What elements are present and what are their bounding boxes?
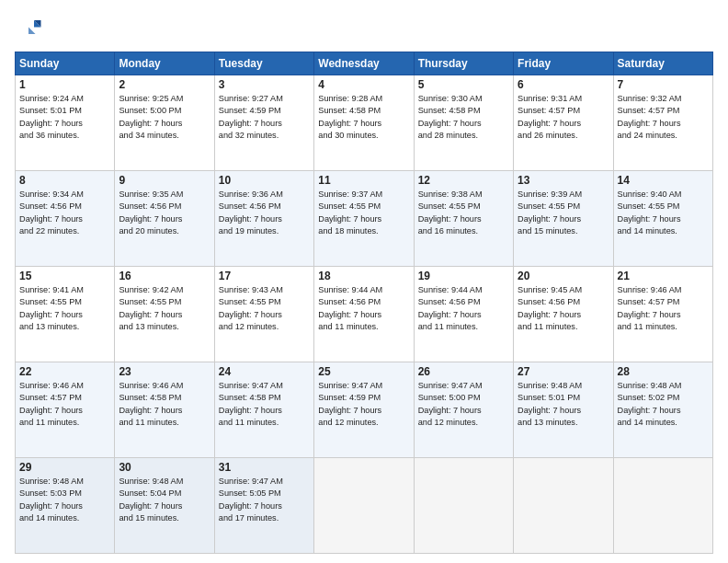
day-number: 25 <box>318 365 409 378</box>
day-info: Sunrise: 9:46 AMSunset: 4:57 PMDaylight:… <box>618 285 682 331</box>
day-cell <box>514 458 613 554</box>
weekday-header-wednesday: Wednesday <box>314 52 414 75</box>
day-cell: 22Sunrise: 9:46 AMSunset: 4:57 PMDayligh… <box>16 362 115 458</box>
day-number: 23 <box>119 365 210 378</box>
day-cell: 15Sunrise: 9:41 AMSunset: 4:55 PMDayligh… <box>16 267 115 362</box>
header <box>15 15 713 42</box>
day-number: 7 <box>618 78 709 91</box>
day-info: Sunrise: 9:38 AMSunset: 4:55 PMDaylight:… <box>418 190 483 236</box>
day-cell: 8Sunrise: 9:34 AMSunset: 4:56 PMDaylight… <box>16 171 115 267</box>
day-info: Sunrise: 9:48 AMSunset: 5:03 PMDaylight:… <box>19 477 84 523</box>
day-cell: 13Sunrise: 9:39 AMSunset: 4:55 PMDayligh… <box>514 171 613 267</box>
day-number: 4 <box>318 78 409 91</box>
day-number: 6 <box>518 78 609 91</box>
day-number: 19 <box>418 270 509 282</box>
day-number: 24 <box>219 365 310 378</box>
day-number: 8 <box>19 174 110 187</box>
day-number: 10 <box>219 174 310 187</box>
day-cell: 19Sunrise: 9:44 AMSunset: 4:56 PMDayligh… <box>414 267 513 362</box>
day-cell: 29Sunrise: 9:48 AMSunset: 5:03 PMDayligh… <box>16 458 115 554</box>
weekday-header-thursday: Thursday <box>414 52 513 75</box>
calendar-table: SundayMondayTuesdayWednesdayThursdayFrid… <box>15 52 713 554</box>
day-cell <box>613 458 712 554</box>
day-number: 13 <box>518 174 609 187</box>
day-info: Sunrise: 9:44 AMSunset: 4:56 PMDaylight:… <box>318 285 382 331</box>
weekday-header-sunday: Sunday <box>16 52 115 75</box>
day-info: Sunrise: 9:39 AMSunset: 4:55 PMDaylight:… <box>518 190 582 236</box>
day-number: 14 <box>618 174 709 187</box>
day-cell: 16Sunrise: 9:42 AMSunset: 4:55 PMDayligh… <box>115 267 214 362</box>
weekday-header-saturday: Saturday <box>613 52 712 75</box>
day-cell: 4Sunrise: 9:28 AMSunset: 4:58 PMDaylight… <box>314 75 414 171</box>
day-number: 15 <box>19 270 110 282</box>
logo <box>15 15 46 42</box>
day-info: Sunrise: 9:40 AMSunset: 4:55 PMDaylight:… <box>618 190 682 236</box>
day-cell: 30Sunrise: 9:48 AMSunset: 5:04 PMDayligh… <box>115 458 214 554</box>
day-cell: 10Sunrise: 9:36 AMSunset: 4:56 PMDayligh… <box>214 171 313 267</box>
day-number: 28 <box>618 365 709 378</box>
day-info: Sunrise: 9:28 AMSunset: 4:58 PMDaylight:… <box>318 94 382 140</box>
day-number: 3 <box>219 78 310 91</box>
week-row-3: 15Sunrise: 9:41 AMSunset: 4:55 PMDayligh… <box>16 267 713 362</box>
weekday-header-monday: Monday <box>115 52 214 75</box>
day-number: 12 <box>418 174 509 187</box>
day-info: Sunrise: 9:35 AMSunset: 4:56 PMDaylight:… <box>119 190 183 236</box>
day-info: Sunrise: 9:36 AMSunset: 4:56 PMDaylight:… <box>219 190 283 236</box>
weekday-header-tuesday: Tuesday <box>214 52 313 75</box>
day-cell: 24Sunrise: 9:47 AMSunset: 4:58 PMDayligh… <box>214 362 313 458</box>
day-number: 11 <box>318 174 409 187</box>
week-row-4: 22Sunrise: 9:46 AMSunset: 4:57 PMDayligh… <box>16 362 713 458</box>
day-info: Sunrise: 9:48 AMSunset: 5:01 PMDaylight:… <box>518 381 582 427</box>
day-cell: 27Sunrise: 9:48 AMSunset: 5:01 PMDayligh… <box>514 362 613 458</box>
day-cell: 2Sunrise: 9:25 AMSunset: 5:00 PMDaylight… <box>115 75 214 171</box>
day-info: Sunrise: 9:24 AMSunset: 5:01 PMDaylight:… <box>19 94 84 140</box>
day-cell: 1Sunrise: 9:24 AMSunset: 5:01 PMDaylight… <box>16 75 115 171</box>
day-cell: 20Sunrise: 9:45 AMSunset: 4:56 PMDayligh… <box>514 267 613 362</box>
day-info: Sunrise: 9:44 AMSunset: 4:56 PMDaylight:… <box>418 285 483 331</box>
day-info: Sunrise: 9:25 AMSunset: 5:00 PMDaylight:… <box>119 94 183 140</box>
day-info: Sunrise: 9:43 AMSunset: 4:55 PMDaylight:… <box>219 285 283 331</box>
day-cell: 25Sunrise: 9:47 AMSunset: 4:59 PMDayligh… <box>314 362 414 458</box>
day-cell: 9Sunrise: 9:35 AMSunset: 4:56 PMDaylight… <box>115 171 214 267</box>
day-number: 18 <box>318 270 409 282</box>
day-cell: 31Sunrise: 9:47 AMSunset: 5:05 PMDayligh… <box>214 458 313 554</box>
day-number: 9 <box>119 174 210 187</box>
weekday-header-friday: Friday <box>514 52 613 75</box>
day-info: Sunrise: 9:32 AMSunset: 4:57 PMDaylight:… <box>618 94 682 140</box>
day-number: 22 <box>19 365 110 378</box>
day-cell: 23Sunrise: 9:46 AMSunset: 4:58 PMDayligh… <box>115 362 214 458</box>
day-cell: 17Sunrise: 9:43 AMSunset: 4:55 PMDayligh… <box>214 267 313 362</box>
day-number: 30 <box>119 461 210 474</box>
calendar-page: SundayMondayTuesdayWednesdayThursdayFrid… <box>0 0 728 563</box>
day-cell: 18Sunrise: 9:44 AMSunset: 4:56 PMDayligh… <box>314 267 414 362</box>
week-row-1: 1Sunrise: 9:24 AMSunset: 5:01 PMDaylight… <box>16 75 713 171</box>
day-number: 17 <box>219 270 310 282</box>
day-number: 20 <box>518 270 609 282</box>
day-number: 2 <box>119 78 210 91</box>
day-cell: 7Sunrise: 9:32 AMSunset: 4:57 PMDaylight… <box>613 75 712 171</box>
day-cell <box>414 458 513 554</box>
day-info: Sunrise: 9:27 AMSunset: 4:59 PMDaylight:… <box>219 94 283 140</box>
day-info: Sunrise: 9:48 AMSunset: 5:02 PMDaylight:… <box>618 381 682 427</box>
day-info: Sunrise: 9:46 AMSunset: 4:58 PMDaylight:… <box>119 381 183 427</box>
day-cell: 28Sunrise: 9:48 AMSunset: 5:02 PMDayligh… <box>613 362 712 458</box>
day-info: Sunrise: 9:46 AMSunset: 4:57 PMDaylight:… <box>19 381 84 427</box>
day-cell <box>314 458 414 554</box>
day-info: Sunrise: 9:37 AMSunset: 4:55 PMDaylight:… <box>318 190 382 236</box>
day-info: Sunrise: 9:41 AMSunset: 4:55 PMDaylight:… <box>19 285 84 331</box>
day-info: Sunrise: 9:47 AMSunset: 5:00 PMDaylight:… <box>418 381 483 427</box>
day-cell: 11Sunrise: 9:37 AMSunset: 4:55 PMDayligh… <box>314 171 414 267</box>
week-row-2: 8Sunrise: 9:34 AMSunset: 4:56 PMDaylight… <box>16 171 713 267</box>
day-info: Sunrise: 9:31 AMSunset: 4:57 PMDaylight:… <box>518 94 582 140</box>
day-info: Sunrise: 9:47 AMSunset: 5:05 PMDaylight:… <box>219 477 283 523</box>
logo-icon <box>15 15 42 42</box>
day-info: Sunrise: 9:45 AMSunset: 4:56 PMDaylight:… <box>518 285 582 331</box>
day-info: Sunrise: 9:47 AMSunset: 4:58 PMDaylight:… <box>219 381 283 427</box>
day-number: 29 <box>19 461 110 474</box>
day-cell: 26Sunrise: 9:47 AMSunset: 5:00 PMDayligh… <box>414 362 513 458</box>
day-cell: 6Sunrise: 9:31 AMSunset: 4:57 PMDaylight… <box>514 75 613 171</box>
day-info: Sunrise: 9:30 AMSunset: 4:58 PMDaylight:… <box>418 94 483 140</box>
day-info: Sunrise: 9:48 AMSunset: 5:04 PMDaylight:… <box>119 477 183 523</box>
day-info: Sunrise: 9:47 AMSunset: 4:59 PMDaylight:… <box>318 381 382 427</box>
day-number: 27 <box>518 365 609 378</box>
